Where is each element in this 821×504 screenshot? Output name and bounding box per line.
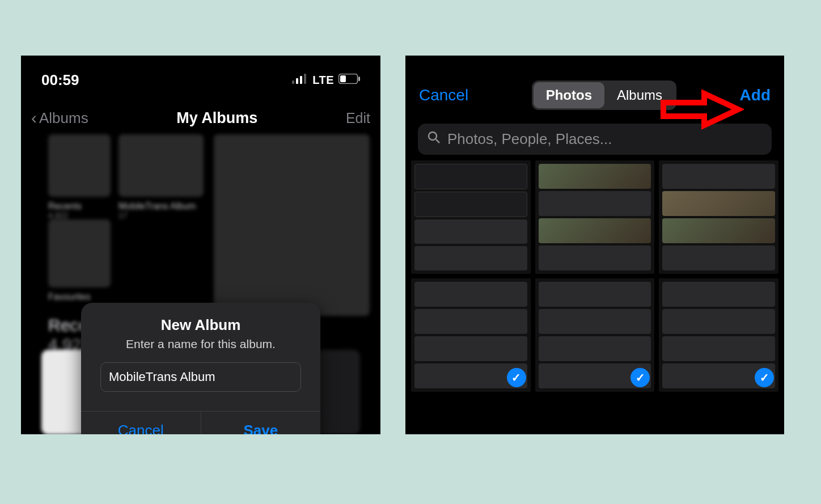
phone-screenshot-left: 00:59 LTE ‹ Albums My Albums Edit Recent… (21, 56, 380, 434)
photo-thumbnail[interactable] (535, 160, 655, 274)
album-thumb (119, 134, 204, 197)
search-icon (427, 130, 441, 148)
status-icons: LTE (292, 74, 360, 87)
svg-rect-2 (300, 76, 302, 84)
cellular-signal-icon (292, 74, 308, 87)
battery-icon (338, 74, 360, 87)
album-large-thumb (214, 134, 370, 316)
chevron-left-icon: ‹ (31, 108, 37, 128)
seg-photos[interactable]: Photos (534, 82, 604, 108)
album-label: Favourites (48, 292, 91, 302)
save-button[interactable]: Save (201, 412, 321, 434)
svg-rect-3 (304, 74, 306, 84)
status-bar: 00:59 LTE (21, 56, 380, 97)
svg-rect-6 (358, 77, 360, 81)
svg-point-7 (429, 132, 437, 140)
selection-check-icon (755, 368, 774, 387)
new-album-alert: New Album Enter a name for this album. M… (81, 303, 320, 434)
add-button[interactable]: Add (740, 86, 771, 104)
edit-button[interactable]: Edit (346, 110, 370, 126)
back-label: Albums (39, 109, 88, 127)
back-button[interactable]: ‹ Albums (31, 108, 88, 128)
segmented-control[interactable]: Photos Albums (532, 81, 676, 110)
photo-grid (405, 160, 784, 392)
phone-screenshot-right: Cancel Photos Albums Add Photos, People,… (405, 56, 784, 434)
annotation-arrow-icon (659, 87, 744, 132)
cancel-button[interactable]: Cancel (419, 86, 468, 104)
svg-rect-5 (340, 75, 346, 82)
svg-rect-1 (296, 78, 298, 84)
search-placeholder: Photos, People, Places... (447, 130, 612, 148)
nav-title: My Albums (176, 109, 257, 127)
photo-thumbnail[interactable] (411, 278, 531, 392)
photo-thumbnail[interactable] (659, 278, 778, 392)
album-thumb (48, 219, 111, 287)
network-type: LTE (312, 74, 334, 87)
photo-thumbnail[interactable] (535, 278, 655, 392)
photo-thumbnail[interactable] (659, 160, 778, 274)
album-thumb (48, 134, 111, 197)
svg-rect-0 (292, 81, 294, 84)
cancel-button[interactable]: Cancel (81, 412, 201, 434)
album-count: 4,922 (48, 211, 68, 220)
album-name-input[interactable]: MobileTrans Album (100, 362, 301, 392)
photo-thumbnail[interactable] (411, 160, 531, 274)
alert-buttons: Cancel Save (81, 411, 320, 434)
status-bar-cropped (405, 56, 784, 65)
svg-line-8 (436, 139, 439, 143)
nav-bar: ‹ Albums My Albums Edit (21, 97, 380, 134)
alert-subtitle: Enter a name for this album. (92, 337, 309, 351)
status-time: 00:59 (41, 71, 79, 89)
album-label: Recents (48, 201, 82, 211)
selection-check-icon (507, 368, 526, 387)
album-label: MobileTrans Album (119, 201, 196, 211)
album-count: 17 (119, 211, 128, 220)
alert-title: New Album (92, 316, 309, 334)
